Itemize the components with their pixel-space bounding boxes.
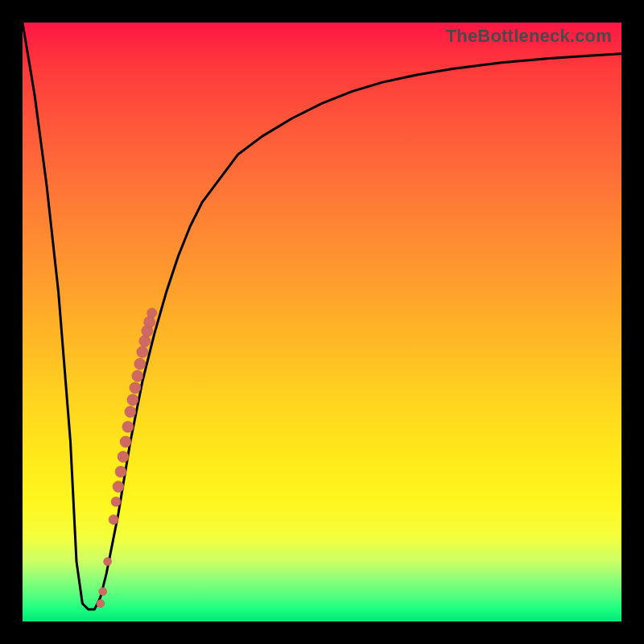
highlight-marker	[118, 451, 129, 462]
highlight-marker	[99, 588, 107, 596]
highlight-marker	[111, 497, 121, 506]
highlight-marker	[109, 515, 118, 525]
curve-layer	[23, 23, 621, 621]
highlight-marker	[125, 407, 136, 418]
highlight-marker	[144, 316, 155, 328]
chart-frame: TheBottleneck.com	[0, 0, 644, 644]
highlight-marker	[113, 481, 124, 493]
highlight-marker	[130, 382, 141, 394]
highlight-marker	[97, 600, 105, 608]
highlight-marker	[115, 466, 126, 477]
highlight-marker	[134, 358, 146, 369]
highlight-marker	[127, 394, 138, 406]
highlight-marker	[147, 308, 157, 318]
highlight-marker	[104, 558, 112, 566]
highlight-marker	[122, 421, 134, 432]
highlight-marker	[139, 336, 151, 347]
highlight-marker-group	[97, 308, 157, 608]
plot-area: TheBottleneck.com	[23, 23, 621, 621]
highlight-marker	[137, 346, 148, 357]
watermark-text: TheBottleneck.com	[446, 26, 612, 47]
highlight-marker	[132, 370, 143, 382]
highlight-marker	[120, 436, 131, 448]
